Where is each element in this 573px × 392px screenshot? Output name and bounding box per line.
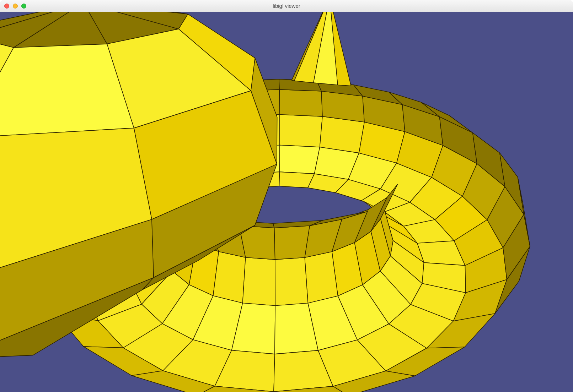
titlebar[interactable]: libigl viewer (0, 0, 573, 12)
app-window: libigl viewer (0, 0, 573, 392)
maximize-icon[interactable] (21, 4, 26, 9)
render-canvas[interactable] (0, 12, 573, 392)
minimize-icon[interactable] (13, 4, 18, 9)
traffic-lights (4, 4, 26, 9)
window-title: libigl viewer (0, 3, 573, 9)
viewport-3d[interactable] (0, 12, 573, 392)
close-icon[interactable] (4, 4, 9, 9)
